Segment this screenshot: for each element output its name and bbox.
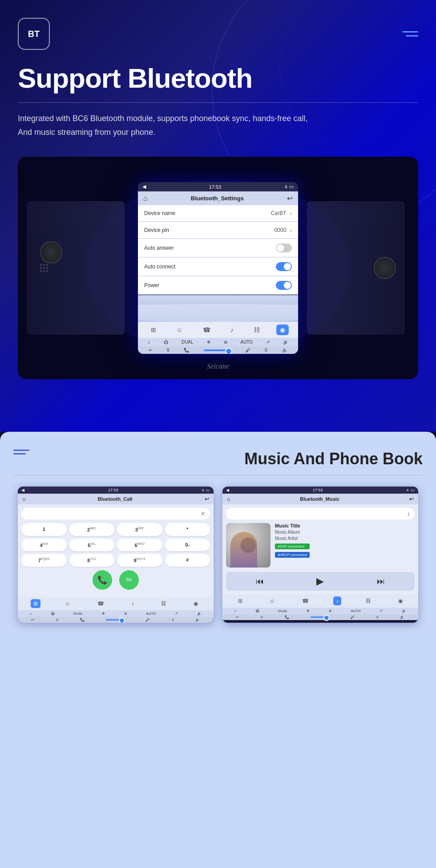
- music-fan-ctrl[interactable]: ⊛: [329, 609, 332, 613]
- call-grid-icon[interactable]: ⊞: [31, 599, 40, 608]
- call-fan-ctrl[interactable]: ⊛: [124, 612, 127, 616]
- call-home-icon[interactable]: ⌂: [22, 496, 25, 502]
- music-nav-title: Bluetooth_Music: [300, 496, 339, 502]
- user-icon[interactable]: ☺: [173, 324, 186, 335]
- play-button[interactable]: ▶: [316, 576, 324, 587]
- volup-ctrl[interactable]: 🔊: [283, 340, 288, 345]
- call-user-icon[interactable]: ☺: [62, 599, 73, 608]
- power-row[interactable]: Power: [138, 276, 298, 295]
- hamburger-menu-icon[interactable]: [402, 31, 418, 37]
- power-ctrl[interactable]: ⏻: [164, 340, 168, 345]
- music-power-ctrl[interactable]: ⏻: [255, 609, 259, 613]
- music-icon[interactable]: ♪: [227, 324, 237, 335]
- left-knob[interactable]: [40, 241, 62, 264]
- music-link-icon[interactable]: ⛓: [363, 596, 374, 605]
- music-eye-icon[interactable]: ◉: [396, 596, 405, 605]
- call-back-v[interactable]: ↩: [31, 618, 34, 622]
- call-back-nav[interactable]: ↩: [205, 496, 209, 502]
- back-nav-icon[interactable]: ↩: [287, 194, 293, 203]
- music-note-icon[interactable]: ♪: [333, 596, 341, 605]
- bluetooth-settings-screen: ◀ 17:53 ∧ ▭ ⌂ Bluetooth_Settings ↩ Devic…: [138, 182, 298, 354]
- prev-track-button[interactable]: ⏮: [256, 577, 264, 586]
- key-7[interactable]: 7PQRS: [21, 554, 67, 567]
- phone-vol[interactable]: 📞: [184, 348, 189, 353]
- call-phone-icon[interactable]: ☎: [95, 599, 107, 608]
- volume-slider[interactable]: [204, 349, 230, 351]
- power-toggle[interactable]: [276, 281, 292, 290]
- music-phone-icon[interactable]: ☎: [299, 596, 311, 605]
- fan-ctrl[interactable]: ⊛: [224, 340, 227, 345]
- key-hash[interactable]: #: [165, 554, 210, 567]
- home-ctrl[interactable]: ⌂: [148, 340, 150, 345]
- chevron-icon-2: ›: [290, 227, 292, 234]
- call-phone-v[interactable]: 📞: [80, 618, 85, 622]
- call-answer-button[interactable]: 📞: [93, 570, 112, 590]
- snow-ctrl[interactable]: ❄: [207, 340, 210, 345]
- music-back-nav[interactable]: ↩: [409, 496, 414, 502]
- back-vol[interactable]: ↩: [149, 348, 152, 353]
- call-home-ctrl[interactable]: ⌂: [30, 612, 32, 616]
- call-clear-icon[interactable]: ✕: [200, 510, 206, 517]
- call-power-ctrl[interactable]: ⏻: [51, 612, 54, 616]
- next-track-button[interactable]: ⏭: [377, 577, 385, 586]
- key-8[interactable]: 8TUV: [69, 554, 115, 567]
- phone-icon[interactable]: ☎: [199, 324, 214, 335]
- key-star[interactable]: *: [165, 523, 210, 536]
- music-home-ctrl[interactable]: ⌂: [234, 609, 237, 613]
- music-arrow-ctrl[interactable]: ↗: [379, 609, 383, 613]
- music-content: ♪ Music Title Music Album Music Artist A…: [222, 504, 418, 594]
- car-right-panel: [307, 157, 409, 379]
- home-nav-icon[interactable]: ⌂: [143, 195, 148, 203]
- call-vold-v[interactable]: 🔈: [195, 618, 200, 622]
- grid-icon[interactable]: ⊞: [147, 324, 160, 335]
- call-mic-v[interactable]: 🎤: [145, 618, 150, 622]
- music-vold-v[interactable]: 🔈: [400, 615, 404, 619]
- music-back-v[interactable]: ↩: [236, 615, 239, 619]
- bottom-section: Music And Phone Book ◀ 17:53 ∧ ▭ ⌂ Bluet…: [0, 432, 436, 868]
- device-name-row[interactable]: Device name CarBT ›: [138, 205, 298, 222]
- eye-icon[interactable]: ◉: [276, 324, 289, 335]
- key-9[interactable]: 9WXYZ: [117, 554, 162, 567]
- auto-answer-toggle[interactable]: [276, 243, 292, 252]
- music-volume-slider[interactable]: [311, 617, 328, 618]
- call-volup-ctrl[interactable]: 🔊: [197, 612, 202, 616]
- bottom-hamburger-icon[interactable]: [13, 450, 29, 454]
- key-2[interactable]: 2ABC: [69, 523, 115, 536]
- music-vol-bar: ↩ 0 📞 🎤 0 🔈: [222, 614, 418, 620]
- call-volume-slider[interactable]: [106, 619, 124, 621]
- mic-vol[interactable]: 🎤: [245, 348, 250, 353]
- call-snow-ctrl[interactable]: ❄: [102, 612, 105, 616]
- device-pin-row[interactable]: Device pin 0000 ›: [138, 222, 298, 239]
- music-search-icon[interactable]: ♪: [407, 510, 410, 517]
- key-6[interactable]: 6MNO: [117, 539, 162, 552]
- auto-answer-row[interactable]: Auto answer: [138, 239, 298, 257]
- key-1[interactable]: 1: [21, 523, 67, 536]
- call-link-icon[interactable]: ⛓: [158, 599, 169, 608]
- call-redial-button[interactable]: Re: [119, 570, 139, 590]
- call-music-icon[interactable]: ♪: [129, 599, 137, 608]
- key-5[interactable]: 5JKL: [69, 539, 115, 552]
- music-home-icon[interactable]: ⌂: [227, 496, 230, 502]
- bluetooth-music-screen: ◀ 17:53 ∧ ▭ ⌂ Bluetooth_Music ↩ ♪: [222, 487, 418, 623]
- music-volup-ctrl[interactable]: 🔊: [402, 609, 406, 613]
- call-arrow-ctrl[interactable]: ↗: [175, 612, 178, 616]
- call-eye-icon[interactable]: ◉: [191, 599, 201, 608]
- music-snow-ctrl[interactable]: ❄: [307, 609, 310, 613]
- music-grid-icon[interactable]: ⊞: [235, 596, 245, 605]
- right-knob[interactable]: [374, 257, 396, 279]
- auto-connect-toggle[interactable]: [276, 262, 292, 271]
- music-back-btn[interactable]: ◀: [226, 488, 229, 492]
- auto-connect-row[interactable]: Auto connect: [138, 258, 298, 276]
- link-icon[interactable]: ⛓: [250, 324, 263, 335]
- voldown-vol[interactable]: 🔈: [282, 348, 287, 353]
- music-user-icon[interactable]: ☺: [267, 596, 278, 605]
- music-phone-v[interactable]: 📞: [285, 615, 289, 619]
- call-status-icons: ∧ ▭: [202, 488, 210, 492]
- key-3[interactable]: 3DEF: [117, 523, 162, 536]
- call-back-btn[interactable]: ◀: [21, 488, 24, 492]
- back-button[interactable]: ◀: [142, 184, 146, 190]
- music-mic-v[interactable]: 🎤: [350, 615, 355, 619]
- arrow-ctrl[interactable]: ↗: [266, 340, 270, 345]
- key-4[interactable]: 4GHI: [21, 539, 67, 552]
- key-0[interactable]: 0-: [165, 539, 210, 552]
